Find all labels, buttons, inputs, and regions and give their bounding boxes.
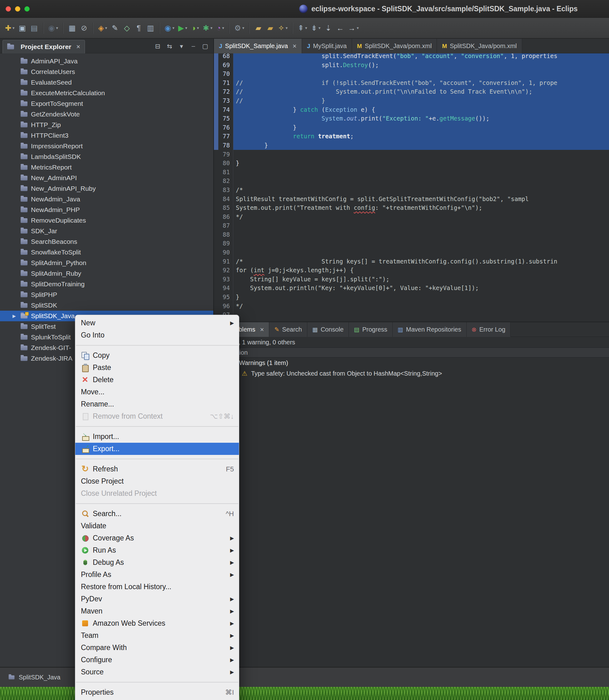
explorer-project-lambdasplitsdk[interactable]: LambdaSplitSDK — [0, 152, 213, 162]
explorer-project-new-adminapi-ruby[interactable]: New_AdminAPI_Ruby — [0, 183, 213, 194]
debug-button[interactable]: ✱▾ — [201, 21, 214, 35]
menu-item-configure[interactable]: Configure▶ — [75, 654, 239, 666]
pin-editor-button[interactable]: ⊘ — [78, 21, 90, 35]
new-wizard-button[interactable]: ✚▾ — [3, 21, 17, 35]
explorer-project-httpclient3[interactable]: HTTPClient3 — [0, 130, 213, 141]
explorer-project-splitadmin-python[interactable]: SplitAdmin_Python — [0, 258, 213, 268]
menu-item-paste[interactable]: Paste — [75, 362, 239, 374]
menu-item-amazon-web-services[interactable]: Amazon Web Services▶ — [75, 617, 239, 629]
view-menu-button[interactable]: ▾ — [176, 41, 187, 51]
tab-search[interactable]: ✎Search — [269, 322, 307, 337]
menu-item-delete[interactable]: Delete — [75, 374, 239, 386]
editor-tab-splitsdk-java-pom-xml[interactable]: MSplitSDK_Java/pom.xml — [352, 39, 437, 53]
explorer-project-evaluateseed[interactable]: EvaluateSeed — [0, 77, 213, 88]
tab-project-explorer[interactable]: Project Explorer × — [2, 40, 85, 53]
menu-item-new[interactable]: New▶ — [75, 317, 239, 329]
service-button[interactable]: ◉▾ — [163, 21, 176, 35]
menu-item-debug-as[interactable]: Debug As▶ — [75, 556, 239, 568]
open-type-button[interactable]: ◇ — [121, 21, 133, 35]
menu-item-pydev[interactable]: PyDev▶ — [75, 593, 239, 605]
expand-arrow-icon[interactable]: ▶ — [13, 313, 21, 318]
show-whitespace-button[interactable]: ¶ — [133, 21, 144, 35]
menu-item-maven[interactable]: Maven▶ — [75, 605, 239, 617]
minimize-button[interactable]: – — [188, 41, 198, 51]
explorer-project-exporttosegment[interactable]: ExportToSegment — [0, 98, 213, 109]
menu-item-close-project[interactable]: Close Project — [75, 475, 239, 487]
previous-annotation-button[interactable]: ⇞▾ — [296, 21, 309, 35]
explorer-project-new-adminapi[interactable]: New_AdminAPI — [0, 173, 213, 183]
tab-maven-repositories[interactable]: ▥Maven Repositories — [393, 322, 467, 337]
explorer-project-splitphp[interactable]: SplitPHP — [0, 290, 213, 300]
code-editor[interactable]: 68 split.SendTrackEvent("bob", "account"… — [214, 53, 609, 321]
last-edit-location-button[interactable]: ⇣ — [322, 21, 334, 35]
back-button[interactable]: ← — [334, 21, 346, 35]
explorer-project-correlateusers[interactable]: CorrelateUsers — [0, 67, 213, 77]
close-tab-icon[interactable]: × — [293, 43, 297, 50]
explorer-project-impressionreport[interactable]: ImpressionReport — [0, 141, 213, 152]
menu-item-go-into[interactable]: Go Into — [75, 329, 239, 341]
menu-item-run-as[interactable]: Run As▶ — [75, 544, 239, 556]
link-with-editor-button[interactable]: ⇆ — [164, 41, 175, 51]
explorer-project-splitdemotraining[interactable]: SplitDemoTraining — [0, 279, 213, 290]
import-folder-button[interactable]: ▰ — [253, 21, 264, 35]
tab-error-log[interactable]: ⊗Error Log — [467, 322, 511, 337]
minimize-button[interactable] — [15, 6, 20, 12]
explorer-project-http-zip[interactable]: HTTP_Zip — [0, 120, 213, 130]
user-account-button[interactable]: ◉▾ — [47, 21, 60, 35]
editor-tab-splitsdk-sample-java[interactable]: JSplitSDK_Sample.java× — [214, 39, 302, 53]
menu-item-coverage-as[interactable]: Coverage As▶ — [75, 532, 239, 544]
problems-column-header[interactable]: Description — [214, 348, 609, 357]
export-folder-button[interactable]: ▰ — [264, 21, 276, 35]
explorer-project-removeduplicates[interactable]: RemoveDuplicates — [0, 215, 213, 226]
explorer-project-splitadmin-ruby[interactable]: SplitAdmin_Ruby — [0, 268, 213, 279]
editor-tab-mysplit-java[interactable]: JMySplit.java — [302, 39, 352, 53]
profile-button[interactable]: ◔▾ — [214, 21, 226, 35]
open-console-button[interactable]: ▦ — [66, 21, 78, 35]
collapse-all-button[interactable]: ⊟ — [153, 41, 163, 51]
menu-item-copy[interactable]: Copy — [75, 349, 239, 362]
search-toolbar-button[interactable]: ✧▾ — [276, 21, 290, 35]
menu-item-source[interactable]: Source▶ — [75, 666, 239, 678]
close-view-icon[interactable]: × — [76, 43, 80, 50]
explorer-project-sdk-jar[interactable]: SDK_Jar — [0, 226, 213, 237]
mark-occurrences-button[interactable]: ▥ — [144, 21, 156, 35]
explorer-project-snowflaketosplit[interactable]: SnowflakeToSplit — [0, 247, 213, 258]
menu-item-restore-from-local-history[interactable]: Restore from Local History... — [75, 581, 239, 593]
coverage-button[interactable]: ◑▾ — [189, 21, 201, 35]
close-button[interactable] — [6, 6, 11, 12]
menu-item-refresh[interactable]: RefreshF5 — [75, 463, 239, 475]
external-tools-button[interactable]: ⚙▾ — [232, 21, 246, 35]
save-all-button[interactable]: ▤ — [29, 21, 40, 35]
maximize-button[interactable]: ▢ — [200, 41, 210, 51]
explorer-project-adminapi-java[interactable]: AdminAPI_Java — [0, 56, 213, 67]
warning-row[interactable]: ⚠ Type safety: Unchecked cast from Objec… — [214, 368, 609, 379]
menu-item-compare-with[interactable]: Compare With▶ — [75, 642, 239, 654]
menu-item-export[interactable]: Export... — [75, 443, 239, 455]
run-button[interactable]: ▶▾ — [176, 21, 189, 35]
explorer-project-searchbeacons[interactable]: SearchBeacons — [0, 237, 213, 247]
save-button[interactable]: ▣ — [17, 21, 29, 35]
menu-item-validate[interactable]: Validate — [75, 520, 239, 532]
tab-progress[interactable]: ▤Progress — [349, 322, 393, 337]
explorer-project-newadmin-java[interactable]: NewAdmin_Java — [0, 194, 213, 205]
menu-item-profile-as[interactable]: Profile As▶ — [75, 568, 239, 581]
forward-button[interactable]: →▾ — [346, 21, 361, 35]
explorer-project-metricsreport[interactable]: MetricsReport — [0, 162, 213, 173]
zoom-button[interactable] — [24, 6, 30, 12]
close-tab-icon[interactable]: × — [260, 326, 264, 333]
menu-item-move[interactable]: Move... — [75, 386, 239, 398]
menu-item-team[interactable]: Team▶ — [75, 629, 239, 642]
tab-console[interactable]: ▦Console — [307, 322, 349, 337]
annotate-button[interactable]: ✎ — [109, 21, 121, 35]
next-annotation-button[interactable]: ⇟▾ — [309, 21, 323, 35]
warnings-group-row[interactable]: ▾ Warnings (1 item) — [214, 357, 609, 368]
menu-item-import[interactable]: Import... — [75, 431, 239, 443]
explorer-project-splitsdk[interactable]: SplitSDK — [0, 300, 213, 311]
explorer-project-getzendeskvote[interactable]: GetZendeskVote — [0, 109, 213, 120]
menu-item-properties[interactable]: Properties⌘I — [75, 686, 239, 698]
editor-tab-splitsdk-java-pom-xml[interactable]: MSplitSDK_Java/pom.xml — [437, 39, 522, 53]
explorer-project-newadmin-php[interactable]: NewAdmin_PHP — [0, 205, 213, 215]
menu-item-search[interactable]: Search...^H — [75, 508, 239, 520]
java-package-button[interactable]: ◈▾ — [96, 21, 109, 35]
menu-item-rename[interactable]: Rename... — [75, 398, 239, 410]
